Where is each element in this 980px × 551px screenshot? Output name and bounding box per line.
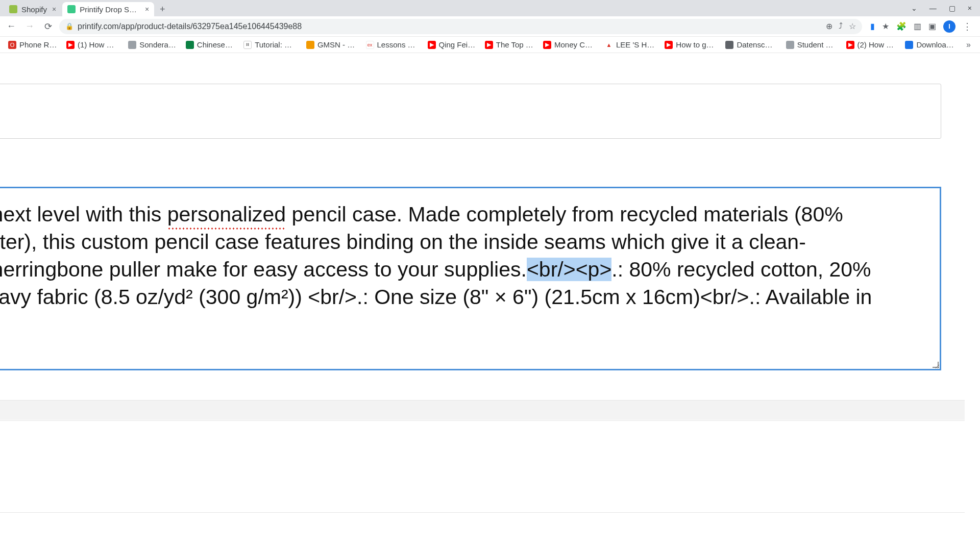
window-controls: ⌄ — ▢ × (911, 0, 980, 16)
tab-shopify[interactable]: Shopify × (4, 2, 61, 16)
bookmark[interactable]: ▶(1) How Working a... (63, 39, 122, 50)
browser-titlebar: Shopify × Printify Drop Shipping Print o… (0, 0, 980, 16)
lock-icon: 🔒 (65, 22, 74, 30)
bookmark[interactable]: ⌗Tutorial: Eigene Fa... (240, 39, 300, 50)
extension-icon[interactable]: ▥ (914, 21, 921, 31)
description-textarea[interactable]: o the next level with this personalized … (0, 187, 941, 370)
divider (0, 420, 965, 421)
section-gap (0, 400, 965, 420)
address-bar[interactable]: 🔒 printify.com/app/product-details/63297… (59, 19, 862, 34)
bookmark[interactable]: Student Wants an... (783, 39, 840, 50)
favicon-icon (9, 5, 17, 13)
close-icon[interactable]: × (145, 5, 149, 13)
extension-icon[interactable]: ★ (882, 21, 889, 31)
bookmark[interactable]: Datenschutz – Re... (722, 39, 779, 50)
bookmark[interactable]: Sonderangebot |... (125, 39, 180, 50)
description-text: o the next level with this personalized … (0, 201, 930, 311)
tab-label: Printify Drop Shipping Print o (80, 5, 140, 14)
close-window-icon[interactable]: × (968, 4, 972, 12)
bookmark[interactable]: exLessons Learned f... (363, 39, 422, 50)
translate-icon[interactable]: ⊕ (826, 21, 832, 31)
spellcheck-word: personalized (167, 201, 286, 228)
extension-icon[interactable]: ▣ (928, 21, 936, 31)
reload-button[interactable]: ⟳ (41, 19, 55, 34)
chevron-down-icon[interactable]: ⌄ (911, 4, 917, 12)
url-text: printify.com/app/product-details/632975e… (78, 22, 822, 31)
new-tab-button[interactable]: + (155, 2, 169, 16)
divider (0, 512, 965, 513)
bookmark[interactable]: OPhone Recycling... (5, 39, 60, 50)
omnibox-actions: ⊕ ⤴ ☆ (826, 21, 856, 31)
divider (0, 400, 965, 400)
extension-icon[interactable]: ▮ (870, 21, 875, 31)
bookmark[interactable]: ▶How to get more v... (662, 39, 719, 50)
favicon-icon (67, 5, 76, 13)
page-content: o the next level with this personalized … (0, 53, 980, 551)
bookmark[interactable]: ▲LEE 'S HOUSE—... (602, 39, 658, 50)
selected-text: <br/><p> (527, 258, 611, 281)
bookmark[interactable]: GMSN - Vologda,... (303, 39, 360, 50)
maximize-icon[interactable]: ▢ (949, 4, 955, 12)
resize-handle-icon[interactable] (932, 361, 939, 368)
star-icon[interactable]: ☆ (849, 21, 856, 31)
browser-toolbar: ← → ⟳ 🔒 printify.com/app/product-details… (0, 16, 980, 37)
bookmarks-bar: OPhone Recycling... ▶(1) How Working a..… (0, 37, 980, 53)
minimize-icon[interactable]: — (929, 4, 937, 12)
profile-avatar[interactable]: I (943, 20, 955, 33)
menu-icon[interactable]: ⋮ (963, 21, 972, 32)
extensions-icon[interactable]: 🧩 (896, 21, 906, 31)
bookmark[interactable]: Download - Cooki... (902, 39, 959, 50)
toolbar-right: ▮ ★ 🧩 ▥ ▣ I ⋮ (866, 20, 976, 33)
tab-printify[interactable]: Printify Drop Shipping Print o × (62, 2, 154, 16)
tab-label: Shopify (21, 5, 47, 14)
back-button[interactable]: ← (4, 19, 18, 34)
bookmark[interactable]: Chinese translati... (183, 39, 237, 50)
share-icon[interactable]: ⤴ (839, 21, 843, 31)
bookmark[interactable]: ▶Qing Fei De Yi - ... (425, 39, 479, 50)
bookmark[interactable]: ▶The Top 3 Platfor... (482, 39, 537, 50)
close-icon[interactable]: × (52, 5, 56, 13)
title-input[interactable] (0, 84, 941, 139)
bookmark[interactable]: ▶(2) How To Add A... (843, 39, 899, 50)
forward-button[interactable]: → (22, 19, 37, 34)
bookmark[interactable]: ▶Money Changes E... (540, 39, 599, 50)
bookmarks-overflow-icon[interactable]: » (962, 40, 975, 49)
